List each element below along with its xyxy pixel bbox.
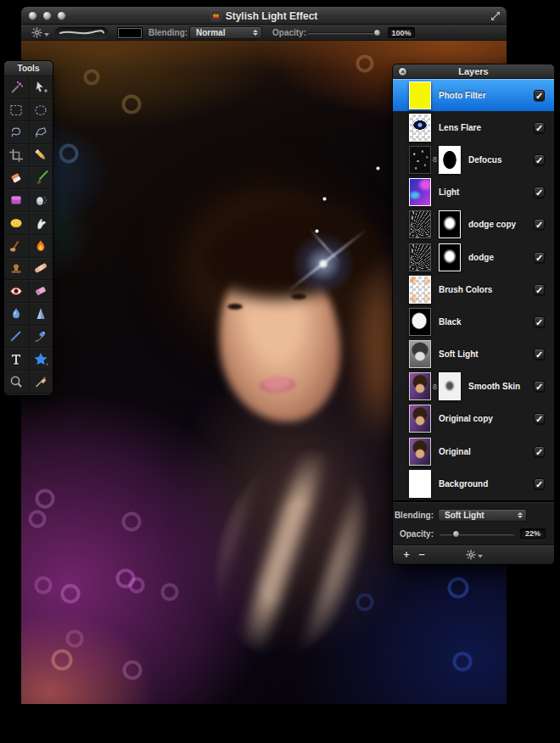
layer-row[interactable]: Photo Filter ✓ [393, 79, 554, 111]
layer-visibility-checkbox[interactable]: ✓ [534, 316, 545, 327]
layer-thumbnail[interactable] [409, 276, 431, 304]
burn-tool[interactable] [4, 235, 29, 258]
color-fill-tool[interactable] [4, 189, 29, 212]
layer-visibility-checkbox[interactable]: ✓ [534, 90, 545, 101]
layer-row[interactable]: Original copy ✓ [393, 403, 554, 435]
smudge-tool[interactable] [29, 212, 53, 235]
opacity-value-field[interactable]: 100% [388, 27, 415, 38]
layer-row[interactable]: 8 Smooth Skin ✓ [393, 371, 554, 403]
zoom-tool[interactable] [4, 371, 29, 394]
layer-visibility-checkbox[interactable]: ✓ [534, 284, 545, 295]
layer-mask-thumbnail[interactable] [439, 146, 461, 174]
eraser-tool[interactable] [4, 167, 29, 190]
layer-row[interactable]: Brush Colors ✓ [393, 273, 554, 305]
layers-palette-header[interactable]: × Layers [393, 64, 554, 79]
shape-tool[interactable] [29, 348, 53, 371]
eyedropper-tool[interactable] [29, 371, 53, 394]
layer-row[interactable]: Background ✓ [393, 467, 554, 500]
layer-visibility-checkbox[interactable]: ✓ [534, 478, 545, 489]
opacity-slider[interactable] [308, 29, 381, 36]
layer-row[interactable]: Lens Flare ✓ [393, 111, 554, 143]
layer-row[interactable]: 8 Defocus ✓ [393, 143, 554, 176]
layer-visibility-checkbox[interactable]: ✓ [534, 252, 545, 263]
sharpen-tool[interactable] [29, 303, 53, 326]
layer-thumbnail[interactable] [409, 210, 431, 238]
layer-thumbnail[interactable] [409, 178, 431, 206]
line-tool[interactable] [4, 326, 29, 349]
layer-thumbnail[interactable] [409, 243, 431, 271]
layer-thumbnail[interactable] [409, 81, 431, 109]
sponge-tool[interactable] [4, 212, 29, 235]
tools-palette: Tools [4, 61, 53, 395]
layer-thumbnail[interactable] [409, 405, 431, 433]
brush-stroke-preview[interactable] [55, 27, 108, 38]
add-layer-button[interactable]: + [400, 546, 413, 563]
layer-row[interactable]: 8 dodge ✓ [393, 241, 554, 273]
toolbar-gear-button[interactable] [31, 27, 50, 38]
lasso-icon [8, 125, 25, 140]
palette-close-icon[interactable]: × [398, 67, 407, 76]
paintbrush-tool[interactable] [29, 167, 53, 190]
layer-mask-thumbnail[interactable] [439, 210, 461, 238]
stamp-tool[interactable] [4, 258, 29, 281]
blur-tool[interactable] [4, 303, 29, 326]
layers-opacity-slider[interactable] [440, 530, 514, 538]
document-icon [210, 10, 221, 21]
layer-thumbnail[interactable] [409, 146, 431, 174]
layer-thumbnail[interactable] [409, 114, 431, 142]
layer-visibility-checkbox[interactable]: ✓ [534, 154, 545, 165]
move-tool[interactable] [29, 76, 53, 99]
heal-tool[interactable] [29, 258, 53, 281]
ellipse-marquee-tool[interactable] [29, 99, 53, 122]
polygon-lasso-tool[interactable] [29, 121, 53, 144]
tools-palette-header[interactable]: Tools [4, 61, 53, 76]
layer-visibility-checkbox[interactable]: ✓ [534, 413, 545, 424]
layers-opacity-label: Opacity: [393, 529, 434, 539]
color-swatch[interactable] [118, 28, 142, 38]
layer-visibility-checkbox[interactable]: ✓ [534, 381, 545, 392]
layers-opacity-knob[interactable] [452, 530, 460, 538]
airbrush-tool[interactable] [29, 189, 53, 212]
layer-name: Photo Filter [439, 91, 486, 100]
toolbar-opacity-knob[interactable] [373, 29, 381, 36]
layer-thumbnail[interactable] [409, 470, 431, 498]
layer-visibility-checkbox[interactable]: ✓ [534, 122, 545, 133]
layer-name: Background [439, 479, 488, 489]
remove-layer-button[interactable]: − [415, 546, 428, 563]
layer-row[interactable]: Light ✓ [393, 176, 554, 209]
layer-visibility-checkbox[interactable]: ✓ [534, 349, 545, 360]
flame-tool[interactable] [29, 235, 53, 258]
red-eye-tool[interactable] [4, 280, 29, 303]
layers-opacity-field[interactable]: 22% [520, 528, 546, 539]
pencil-tool[interactable] [29, 144, 53, 167]
layer-row[interactable]: 8 dodge copy ✓ [393, 209, 554, 241]
lasso-tool[interactable] [4, 121, 29, 144]
layers-blending-label: Blending: [393, 511, 434, 520]
layer-thumbnail[interactable] [409, 308, 431, 336]
resize-icon[interactable] [490, 10, 501, 22]
layer-visibility-checkbox[interactable]: ✓ [534, 219, 545, 230]
layer-row[interactable]: Black ✓ [393, 305, 554, 338]
layer-thumbnail[interactable] [409, 372, 431, 400]
type-tool[interactable] [4, 348, 29, 371]
blending-dropdown[interactable]: Normal [189, 26, 262, 39]
layers-blending-dropdown[interactable]: Soft Light [438, 509, 527, 522]
vector-pen-icon [32, 328, 49, 344]
crop-icon [8, 148, 25, 163]
layers-gear-button[interactable] [466, 550, 483, 560]
layer-thumbnail[interactable] [409, 340, 431, 368]
titlebar[interactable]: Stylish Light Effect [21, 7, 507, 25]
soft-eraser-tool[interactable] [29, 280, 53, 303]
crop-tool[interactable] [4, 144, 29, 167]
rect-marquee-tool[interactable] [4, 99, 29, 122]
layer-mask-thumbnail[interactable] [439, 243, 461, 271]
layer-row[interactable]: Original ✓ [393, 435, 554, 467]
tools-title: Tools [18, 64, 40, 73]
layer-thumbnail[interactable] [409, 438, 431, 466]
layer-visibility-checkbox[interactable]: ✓ [534, 187, 545, 198]
pen-tool[interactable] [29, 326, 53, 349]
layer-row[interactable]: Soft Light ✓ [393, 338, 554, 371]
layer-mask-thumbnail[interactable] [439, 372, 461, 400]
layer-visibility-checkbox[interactable]: ✓ [534, 446, 545, 457]
magic-wand-tool[interactable] [4, 76, 29, 99]
